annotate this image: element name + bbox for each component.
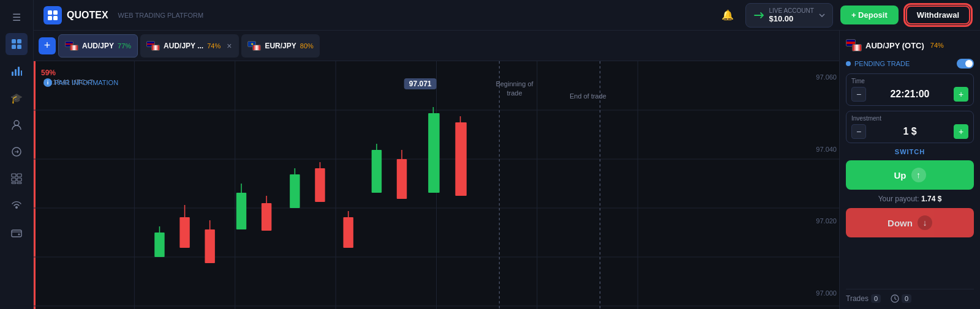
svg-rect-1 [17, 39, 21, 43]
svg-point-18 [18, 234, 20, 236]
tab-audjpy-1[interactable]: AUD/JPY 77% [58, 34, 138, 58]
time-control: − 22:21:00 + [851, 87, 968, 102]
tab-symbol-3: EUR/JPY [265, 42, 296, 50]
svg-rect-11 [17, 174, 21, 177]
svg-rect-22 [53, 16, 58, 20]
pending-trade: PENDING TRADE [846, 59, 974, 69]
logo: QUOTEX [43, 6, 108, 24]
svg-rect-12 [12, 178, 16, 181]
logo-text: QUOTEX [67, 10, 108, 21]
sidebar-education-icon[interactable]: 🎓 [6, 87, 28, 109]
pair-header: AUD/JPY (OTC) 74% [846, 37, 974, 54]
price-tick-2: 97.040 [805, 146, 837, 153]
add-tab-button[interactable]: + [39, 37, 56, 54]
down-button[interactable]: Down ↓ [846, 208, 974, 237]
tab-audjpy-2[interactable]: AUD/JPY ... 74% × [140, 34, 239, 58]
notification-button[interactable]: 🔔 [717, 5, 738, 26]
svg-rect-6 [18, 67, 20, 76]
svg-rect-43 [236, 193, 246, 229]
sidebar-logo-icon[interactable] [6, 33, 28, 55]
pair-flag [846, 39, 862, 51]
trades-label: Trades [846, 294, 869, 303]
price-label: 97.071 [404, 78, 437, 89]
svg-rect-4 [12, 72, 13, 76]
down-arrow-icon: ↓ [918, 215, 932, 230]
svg-rect-39 [179, 217, 189, 248]
sidebar-menu-icon[interactable]: ☰ [6, 6, 28, 28]
up-arrow-icon: ↑ [911, 168, 926, 182]
time-plus-button[interactable]: + [954, 87, 968, 102]
payout-text: Your payout: 1.74 $ [846, 195, 974, 203]
sidebar-wallet-icon[interactable] [6, 222, 28, 244]
down-label: Down [888, 218, 913, 228]
tab-symbol-1: AUD/JPY [82, 42, 114, 50]
svg-rect-49 [315, 168, 325, 202]
svg-rect-37 [154, 233, 164, 257]
svg-rect-59 [455, 122, 466, 196]
up-label: Up [894, 170, 907, 181]
investment-label: Investment [851, 115, 968, 122]
svg-rect-21 [48, 16, 52, 20]
history-badge: 0 [902, 294, 911, 303]
withdrawal-button[interactable]: Withdrawal [906, 6, 970, 24]
svg-rect-3 [17, 45, 21, 49]
investment-minus-button[interactable]: − [851, 124, 866, 139]
up-button[interactable]: Up ↑ [846, 160, 974, 190]
svg-rect-55 [397, 159, 407, 199]
right-panel: AUD/JPY (OTC) 74% PENDING TRADE Time − 2… [839, 31, 980, 309]
pair-name: AUD/JPY (OTC) [865, 41, 924, 50]
tab-flag-eurjpy: ★ [247, 41, 261, 51]
price-tick-3: 97.020 [805, 217, 837, 225]
svg-rect-14 [12, 182, 16, 184]
platform-label: WEB TRADING PLATFORM [118, 12, 204, 19]
account-button[interactable]: LIVE ACCOUNT $10.00 [745, 3, 833, 28]
pending-dot [846, 61, 851, 66]
tab-eurjpy[interactable]: ★ EUR/JPY 80% [241, 34, 319, 58]
time-label: Time [851, 78, 968, 84]
svg-rect-13 [17, 178, 21, 181]
svg-rect-7 [21, 70, 22, 76]
pending-label: PENDING TRADE [854, 60, 910, 67]
svg-rect-10 [12, 174, 16, 177]
price-tick-1: 97.060 [805, 73, 837, 81]
payout-amount: 1.74 $ [921, 195, 941, 203]
investment-value: 1 $ [903, 126, 916, 137]
svg-rect-57 [428, 113, 439, 193]
close-tab-button-2[interactable]: × [225, 41, 233, 51]
time-section: Time − 22:21:00 + [846, 73, 974, 106]
account-label: LIVE ACCOUNT [769, 7, 814, 14]
svg-rect-2 [12, 45, 16, 49]
content: + AUD/JPY 77% AUD/JPY ... [34, 31, 980, 309]
sidebar-trade-icon[interactable] [6, 141, 28, 163]
svg-point-16 [15, 206, 18, 209]
price-tick-4: 97.000 [805, 289, 837, 297]
investment-plus-button[interactable]: + [954, 124, 968, 139]
topbar-right: 🔔 LIVE ACCOUNT $10.00 + Deposit Withdraw… [717, 3, 970, 28]
logo-icon [43, 6, 62, 24]
tab-pct-1: 77% [118, 42, 131, 50]
sidebar-signal-icon[interactable] [6, 195, 28, 217]
sidebar-user-icon[interactable] [6, 114, 28, 136]
pending-toggle[interactable] [957, 59, 974, 69]
history-tab[interactable]: 0 [891, 294, 911, 303]
svg-rect-41 [205, 229, 214, 263]
topbar: QUOTEX WEB TRADING PLATFORM 🔔 LIVE ACCOU… [34, 0, 980, 31]
sidebar-stats-icon[interactable] [6, 168, 28, 190]
switch-link[interactable]: SWITCH [846, 148, 974, 155]
svg-rect-0 [12, 39, 16, 43]
tab-flag-audjpy-1 [65, 41, 78, 51]
deposit-button[interactable]: + Deposit [840, 6, 899, 24]
main-area: QUOTEX WEB TRADING PLATFORM 🔔 LIVE ACCOU… [34, 0, 980, 309]
history-icon [891, 294, 899, 303]
chart-canvas: 59% 22:19:41 UTC+7 i PAIR INFORMATION [34, 61, 839, 309]
tab-flag-audjpy-2 [146, 41, 160, 51]
svg-rect-51 [343, 217, 353, 248]
pair-pct: 74% [930, 42, 944, 49]
svg-point-8 [14, 121, 19, 125]
investment-section: Investment − 1 $ + [846, 111, 974, 143]
symbol-tabs: + AUD/JPY 77% AUD/JPY ... [34, 31, 839, 61]
sidebar-chart-icon[interactable] [6, 60, 28, 82]
trades-tab[interactable]: Trades 0 [846, 294, 881, 303]
time-minus-button[interactable]: − [851, 87, 866, 102]
svg-rect-45 [262, 203, 271, 231]
